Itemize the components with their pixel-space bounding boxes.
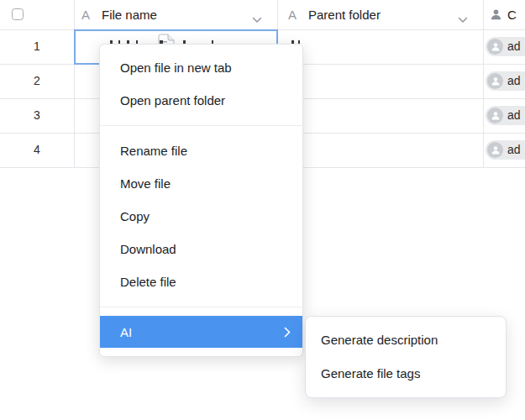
- creator-name: ad: [507, 140, 521, 160]
- avatar: [487, 108, 503, 123]
- ai-submenu: Generate description Generate file tags: [305, 316, 507, 398]
- row-number: 3: [0, 98, 74, 133]
- column-header-label: C: [507, 0, 517, 29]
- menu-item-download[interactable]: Download: [100, 233, 302, 265]
- menu-separator: [100, 125, 302, 126]
- column-header-label: File name: [102, 0, 157, 29]
- avatar: [487, 142, 503, 158]
- menu-item-copy[interactable]: Copy: [100, 200, 302, 233]
- ai-label: AI: [120, 325, 132, 339]
- menu-item-rename-file[interactable]: Rename file: [100, 134, 302, 167]
- menu-item-move-file[interactable]: Move file: [100, 167, 302, 200]
- row-number: 4: [0, 133, 74, 167]
- creator-tag: ad: [486, 71, 525, 91]
- menu-item-ai[interactable]: AI: [100, 316, 302, 348]
- creator-name: ad: [507, 71, 521, 91]
- menu-item-generate-file-tags[interactable]: Generate file tags: [306, 357, 506, 391]
- row-number: 2: [0, 64, 74, 98]
- menu-separator: [100, 307, 302, 307]
- file-table-screen: A File name A Parent folder C 1: [0, 0, 525, 420]
- column-header-label: Parent folder: [308, 0, 381, 29]
- menu-item-generate-description[interactable]: Generate description: [306, 323, 506, 357]
- text-column-icon: A: [288, 0, 297, 29]
- creator-tag: ad: [486, 106, 525, 125]
- avatar: [487, 39, 503, 55]
- menu-item-open-file-in-new-tab[interactable]: Open file in new tab: [100, 51, 302, 84]
- creator-name: ad: [507, 106, 521, 125]
- creator-name: ad: [507, 37, 521, 56]
- creator-tag: ad: [486, 37, 525, 56]
- chevron-down-icon[interactable]: [458, 12, 468, 27]
- chevron-right-icon: [284, 327, 291, 338]
- select-all-checkbox[interactable]: [12, 8, 24, 20]
- text-column-icon: A: [81, 0, 90, 29]
- creator-tag: ad: [486, 140, 525, 160]
- grid-line: [483, 0, 484, 167]
- person-icon: [490, 8, 502, 24]
- avatar: [487, 73, 503, 89]
- chevron-down-icon[interactable]: [252, 12, 262, 27]
- menu-item-open-parent-folder[interactable]: Open parent folder: [100, 84, 302, 117]
- menu-item-delete-file[interactable]: Delete file: [100, 265, 302, 298]
- context-menu: Open file in new tab Open parent folder …: [99, 44, 303, 357]
- row-number: 1: [0, 29, 74, 64]
